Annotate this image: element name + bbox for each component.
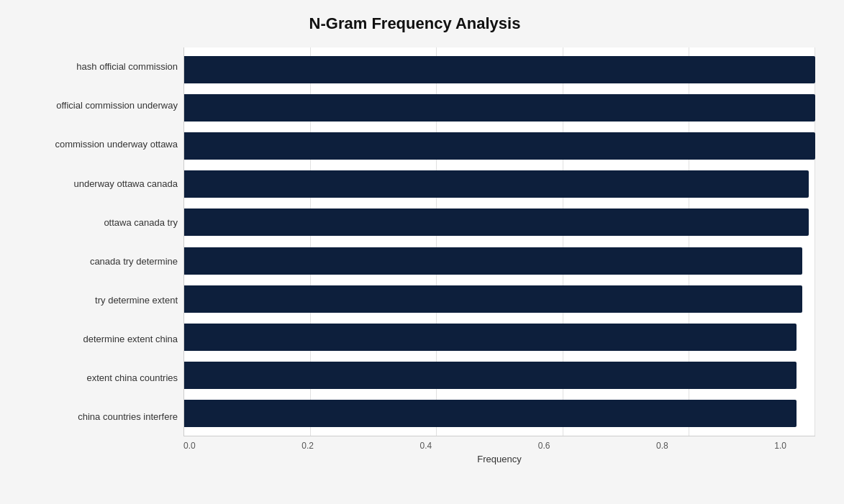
y-label: official commission underway [14,87,178,124]
bar-row [184,319,815,356]
bar [184,400,797,427]
bar [184,132,815,160]
bar-row [184,51,815,88]
bar [184,247,802,275]
bar [184,56,815,83]
bar-row [184,165,815,203]
bar-row [184,242,815,280]
bar [184,209,809,236]
bar [184,362,797,389]
chart-container: N-Gram Frequency Analysis hash official … [0,0,844,504]
x-tick: 0.8 [656,441,668,451]
bar-row [184,127,815,165]
bar [184,94,815,122]
y-label: canada try determine [14,243,178,280]
y-label: hash official commission [14,48,178,86]
bar [184,170,809,198]
x-tick: 0.4 [420,441,432,451]
bar [184,285,802,313]
y-label: commission underway ottawa [14,126,178,163]
x-axis: 0.00.20.40.60.81.0 [183,441,786,451]
y-label: ottawa canada try [14,203,178,241]
bar-row [184,203,815,241]
bar-row [184,357,815,394]
bar-row [184,395,815,432]
y-label: determine extent china [14,321,178,358]
x-tick: 0.6 [538,441,550,451]
chart-title: N-Gram Frequency Analysis [14,14,815,33]
x-tick: 0.0 [183,441,196,451]
chart-area: hash official commissionofficial commiss… [14,47,815,436]
bar-row [184,89,815,127]
x-tick: 1.0 [774,441,786,451]
x-axis-label: Frequency [183,454,815,464]
bars-area [183,47,815,436]
bar [184,324,797,351]
y-label: try determine extent [14,282,178,319]
y-labels: hash official commissionofficial commiss… [14,47,183,436]
y-label: china countries interfere [14,398,178,436]
bar-row [184,280,815,318]
y-label: underway ottawa canada [14,165,178,202]
y-label: extent china countries [14,359,178,397]
x-tick: 0.2 [301,441,314,451]
